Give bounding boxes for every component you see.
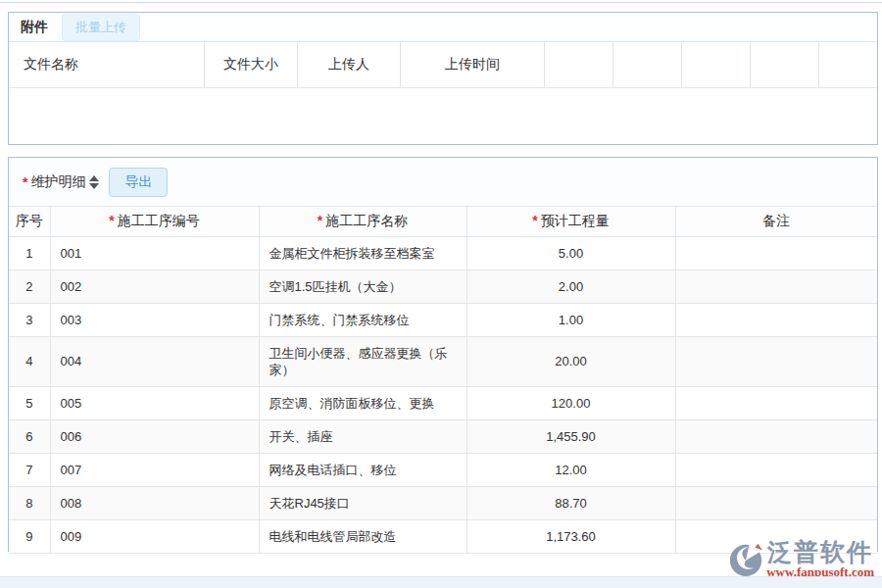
remark-column-header: 备注: [675, 207, 877, 236]
process-name-cell: 空调1.5匹挂机（大金）: [259, 270, 466, 303]
remark-cell: [675, 519, 877, 553]
estimated-qty-cell: 12.00: [466, 453, 675, 486]
table-row: 6 006 开关、插座 1,455.90: [9, 419, 877, 453]
table-row: 9 009 电线和电线管局部改造 1,173.60: [9, 519, 877, 553]
maintenance-panel: * 维护明细 导出 序号 *施工工序编号 *施工工序名称 *预计工程量 备注 1…: [8, 157, 878, 552]
maintenance-header: * 维护明细 导出: [9, 158, 877, 207]
file-header-empty-cell: [613, 42, 682, 87]
remark-cell: [675, 453, 877, 486]
process-code-column-header: *施工工序编号: [50, 207, 259, 236]
process-code-cell: 001: [50, 236, 259, 270]
remark-cell: [675, 270, 877, 303]
row-no-cell: 4: [9, 336, 50, 386]
process-name-cell: 门禁系统、门禁系统移位: [259, 303, 466, 336]
process-code-cell: 007: [50, 453, 259, 486]
attachments-panel: 附件 批量上传 文件名称 文件大小 上传人 上传时间: [8, 12, 878, 145]
maintenance-title: 维护明细: [30, 173, 85, 191]
remark-cell: [675, 419, 877, 453]
process-name-cell: 卫生间小便器、感应器更换（乐家）: [259, 336, 466, 386]
table-row: 1 001 金属柜文件柜拆装移至档案室 5.00: [9, 236, 877, 270]
bottom-bar: [0, 576, 882, 588]
remark-cell: [675, 236, 877, 270]
process-code-cell: 004: [50, 336, 259, 386]
table-row: 2 002 空调1.5匹挂机（大金） 2.00: [9, 270, 877, 303]
no-column-header: 序号: [9, 207, 50, 236]
remark-cell: [675, 303, 877, 336]
batch-upload-button[interactable]: 批量上传: [62, 14, 140, 41]
file-header-empty-cell: [682, 42, 751, 87]
table-row: 7 007 网络及电话插口、移位 12.00: [9, 453, 877, 486]
process-name-cell: 电线和电线管局部改造: [259, 519, 466, 553]
required-asterisk: *: [318, 213, 322, 228]
export-button[interactable]: 导出: [109, 168, 168, 197]
process-name-cell: 开关、插座: [259, 419, 466, 453]
row-no-cell: 5: [9, 386, 50, 419]
remark-cell: [675, 486, 877, 519]
maintenance-table: 序号 *施工工序编号 *施工工序名称 *预计工程量 备注 1 001 金属柜文件…: [9, 207, 877, 554]
process-code-cell: 003: [50, 303, 259, 336]
required-asterisk: *: [109, 213, 114, 228]
upload-time-column-header: 上传时间: [401, 42, 545, 87]
estimated-qty-cell: 1,173.60: [466, 519, 675, 553]
estimated-qty-cell: 5.00: [466, 236, 675, 270]
attachments-title: 附件: [21, 19, 48, 36]
process-code-cell: 009: [50, 519, 259, 553]
table-row: 4 004 卫生间小便器、感应器更换（乐家） 20.00: [9, 336, 877, 386]
file-header-empty-cell: [819, 42, 877, 87]
uploader-column-header: 上传人: [298, 42, 401, 87]
estimated-qty-cell: 88.70: [466, 486, 675, 519]
sort-toggle-icon[interactable]: [89, 175, 99, 189]
required-asterisk: *: [532, 213, 537, 228]
process-code-cell: 002: [50, 270, 259, 303]
row-no-cell: 3: [9, 303, 50, 336]
process-code-cell: 008: [50, 486, 259, 519]
table-row: 8 008 天花RJ45接口 88.70: [9, 486, 877, 519]
sort-down-icon: [89, 183, 99, 189]
process-name-cell: 天花RJ45接口: [259, 486, 466, 519]
row-no-cell: 7: [9, 453, 50, 486]
process-name-cell: 原空调、消防面板移位、更换: [259, 386, 466, 419]
row-no-cell: 8: [9, 486, 50, 519]
row-no-cell: 9: [9, 519, 50, 553]
maintenance-table-header-row: 序号 *施工工序编号 *施工工序名称 *预计工程量 备注: [9, 207, 877, 236]
file-header-empty-cell: [545, 42, 613, 87]
top-divider: [0, 0, 882, 3]
attachments-header: 附件 批量上传: [9, 13, 877, 42]
file-header-empty-cell: [751, 42, 819, 87]
file-table-header: 文件名称 文件大小 上传人 上传时间: [9, 42, 877, 88]
file-size-column-header: 文件大小: [205, 42, 298, 87]
estimated-qty-cell: 20.00: [466, 336, 675, 386]
process-code-cell: 005: [50, 386, 259, 419]
remark-cell: [675, 336, 877, 386]
process-name-cell: 金属柜文件柜拆装移至档案室: [259, 236, 466, 270]
file-name-column-header: 文件名称: [9, 42, 205, 87]
required-asterisk: *: [23, 174, 27, 190]
file-table-empty-body: [9, 88, 877, 144]
row-no-cell: 6: [9, 419, 50, 453]
table-row: 5 005 原空调、消防面板移位、更换 120.00: [9, 386, 877, 419]
table-row: 3 003 门禁系统、门禁系统移位 1.00: [9, 303, 877, 336]
estimated-qty-column-header: *预计工程量: [466, 207, 675, 236]
estimated-qty-cell: 120.00: [466, 386, 675, 419]
estimated-qty-cell: 1.00: [466, 303, 675, 336]
estimated-qty-cell: 2.00: [466, 270, 675, 303]
process-name-column-header: *施工工序名称: [259, 207, 466, 236]
row-no-cell: 2: [9, 270, 50, 303]
process-name-cell: 网络及电话插口、移位: [259, 453, 466, 486]
process-code-cell: 006: [50, 419, 259, 453]
sort-up-icon: [89, 175, 99, 181]
row-no-cell: 1: [9, 236, 50, 270]
remark-cell: [675, 386, 877, 419]
estimated-qty-cell: 1,455.90: [466, 419, 675, 453]
